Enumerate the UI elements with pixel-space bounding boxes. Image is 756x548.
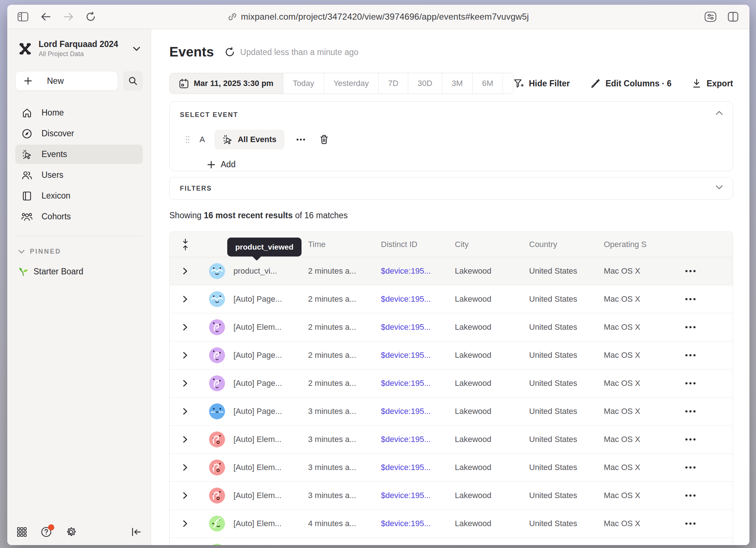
distinct-id-link[interactable]: $device:195... <box>381 294 455 304</box>
column-header-country[interactable]: Country <box>529 240 604 249</box>
table-row[interactable]: [Auto] Elem... 2 minutes a... $device:19… <box>170 313 733 341</box>
event-name-cell[interactable]: [Auto] Elem... <box>233 463 308 472</box>
table-row[interactable]: [Auto] Page... 3 minutes a... $device:19… <box>170 398 733 426</box>
expand-row-icon[interactable] <box>183 492 188 499</box>
table-row[interactable]: [Auto] Elem... 4 minutes a... $device:19… <box>170 510 733 538</box>
add-event-button[interactable]: Add <box>207 160 236 169</box>
expand-row-icon[interactable] <box>183 436 188 443</box>
row-menu-icon[interactable] <box>685 494 696 497</box>
range-7d-button[interactable]: 7D <box>379 73 408 94</box>
edit-columns-button[interactable]: Edit Columns · 6 <box>590 78 672 89</box>
collapse-panel-icon[interactable] <box>715 110 723 116</box>
pinned-item-starter-board[interactable]: Starter Board <box>15 266 143 277</box>
expand-row-icon[interactable] <box>183 352 188 359</box>
event-name-cell[interactable]: [Auto] Page... <box>233 379 308 388</box>
expand-row-icon[interactable] <box>183 464 188 471</box>
export-button[interactable]: Export <box>692 78 733 89</box>
city-cell: Lakewood <box>455 266 529 276</box>
split-view-icon[interactable] <box>728 12 739 22</box>
reload-icon[interactable] <box>86 12 95 22</box>
event-name-cell[interactable]: [Auto] Elem... <box>233 491 308 500</box>
distinct-id-link[interactable]: $device:195... <box>381 463 455 472</box>
event-name-cell[interactable]: [Auto] Page... <box>233 294 308 304</box>
new-button[interactable]: New <box>15 71 118 91</box>
settings-gear-icon[interactable] <box>66 527 76 537</box>
column-header-time[interactable]: Time <box>308 240 381 249</box>
range-12m-button[interactable]: 12M <box>503 73 513 94</box>
row-menu-icon[interactable] <box>685 382 696 384</box>
sidebar-item-cohorts[interactable]: Cohorts <box>15 207 143 226</box>
table-row[interactable]: product_vi... 2 minutes a... $device:195… <box>170 257 733 285</box>
search-button[interactable] <box>123 71 143 91</box>
expand-panel-icon[interactable] <box>715 185 723 190</box>
event-name-cell[interactable]: product_vi... <box>233 266 308 276</box>
row-menu-icon[interactable] <box>685 410 696 412</box>
expand-row-icon[interactable] <box>183 295 188 303</box>
delete-event-icon[interactable] <box>319 134 329 145</box>
row-menu-icon[interactable] <box>685 354 696 356</box>
row-menu-icon[interactable] <box>685 298 696 300</box>
column-header-distinct-id[interactable]: Distinct ID <box>381 240 455 249</box>
project-switcher[interactable]: Lord Farquaad 2024 All Project Data <box>15 38 143 59</box>
distinct-id-link[interactable]: $device:195... <box>381 351 455 360</box>
row-menu-icon[interactable] <box>685 522 696 525</box>
expand-row-icon[interactable] <box>183 408 188 415</box>
range-today-button[interactable]: Today <box>283 73 324 94</box>
column-header-os[interactable]: Operating S <box>604 240 672 249</box>
range-30d-button[interactable]: 30D <box>408 73 442 94</box>
event-selector-label: All Events <box>238 135 276 144</box>
forward-icon[interactable] <box>63 12 74 21</box>
collapse-sidebar-icon[interactable] <box>131 527 141 537</box>
expand-row-icon[interactable] <box>183 380 188 387</box>
collapse-all-rows-icon[interactable] <box>182 238 189 251</box>
event-more-icon[interactable] <box>294 138 308 141</box>
sidebar-toggle-icon[interactable] <box>17 12 28 21</box>
sidebar-item-home[interactable]: Home <box>15 103 143 122</box>
table-row[interactable]: [Auto] Elem... 3 minutes a... $device:19… <box>170 482 733 510</box>
event-name-cell[interactable]: [Auto] Page... <box>233 351 308 360</box>
pinned-section-toggle[interactable]: PINNED <box>18 248 143 255</box>
row-menu-icon[interactable] <box>685 270 696 272</box>
event-selector-button[interactable]: All Events <box>214 130 284 149</box>
distinct-id-link[interactable]: $device:195... <box>381 266 455 276</box>
refresh-icon[interactable] <box>225 47 235 57</box>
range-6m-button[interactable]: 6M <box>473 73 503 94</box>
range-yesterday-button[interactable]: Yesterday <box>324 73 379 94</box>
distinct-id-link[interactable]: $device:195... <box>381 435 455 444</box>
sidebar-item-label: Home <box>42 108 64 118</box>
event-name-cell[interactable]: [Auto] Elem... <box>233 519 308 528</box>
table-row[interactable]: [Auto] Page... 2 minutes a... $device:19… <box>170 369 733 398</box>
back-icon[interactable] <box>41 12 51 21</box>
table-row[interactable]: [Auto] Page... 2 minutes a... $device:19… <box>170 285 733 313</box>
distinct-id-link[interactable]: $device:195... <box>381 491 455 500</box>
row-menu-icon[interactable] <box>685 438 696 441</box>
sidebar-item-discover[interactable]: Discover <box>15 124 143 143</box>
distinct-id-link[interactable]: $device:195... <box>381 322 455 332</box>
event-name-cell[interactable]: [Auto] Elem... <box>233 435 308 444</box>
table-row[interactable] <box>170 538 733 545</box>
sidebar-item-users[interactable]: Users <box>15 165 143 185</box>
sidebar-item-lexicon[interactable]: Lexicon <box>15 186 143 206</box>
date-picker-button[interactable]: Mar 11, 2025 3:30 pm <box>170 73 283 94</box>
reader-settings-icon[interactable] <box>704 11 717 22</box>
drag-handle-icon[interactable] <box>185 135 190 144</box>
column-header-city[interactable]: City <box>455 240 529 249</box>
distinct-id-link[interactable]: $device:195... <box>381 519 455 528</box>
range-3m-button[interactable]: 3M <box>442 73 473 94</box>
expand-row-icon[interactable] <box>183 267 188 275</box>
row-menu-icon[interactable] <box>685 466 696 469</box>
table-row[interactable]: [Auto] Elem... 3 minutes a... $device:19… <box>170 426 733 454</box>
apps-grid-icon[interactable] <box>17 527 27 537</box>
event-name-cell[interactable]: [Auto] Page... <box>233 407 308 416</box>
row-menu-icon[interactable] <box>685 326 696 328</box>
table-row[interactable]: [Auto] Page... 2 minutes a... $device:19… <box>170 341 733 369</box>
expand-row-icon[interactable] <box>183 324 188 331</box>
address-bar[interactable]: mixpanel.com/project/3472420/view/397469… <box>124 12 633 22</box>
event-name-cell[interactable]: [Auto] Elem... <box>233 322 308 332</box>
table-row[interactable]: [Auto] Elem... 3 minutes a... $device:19… <box>170 454 733 482</box>
expand-row-icon[interactable] <box>183 520 188 527</box>
distinct-id-link[interactable]: $device:195... <box>381 407 455 416</box>
hide-filter-button[interactable]: Hide Filter <box>513 78 570 89</box>
sidebar-item-events[interactable]: Events <box>15 145 143 164</box>
distinct-id-link[interactable]: $device:195... <box>381 379 455 388</box>
